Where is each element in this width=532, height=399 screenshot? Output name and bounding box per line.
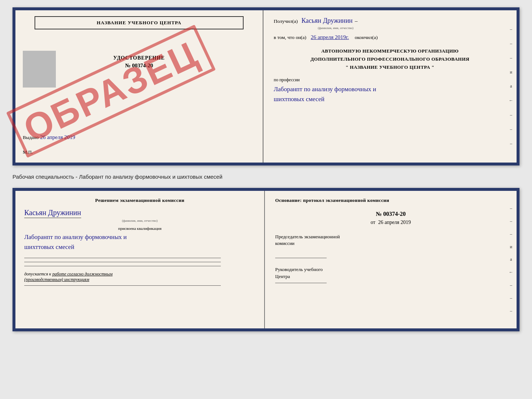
document-container: НАЗВАНИЕ УЧЕБНОГО ЦЕНТРА УДОСТОВЕРЕНИЕ №… (12, 7, 520, 331)
recipient-name: Касьян Дружинин (302, 17, 353, 25)
top-cert-right: Получил(а) Касьян Дружинин – (фамилия, и… (263, 10, 517, 163)
bottom-certificate-card: Решением экзаменационной комиссии Касьян… (12, 188, 520, 331)
predsedatel-text: Председатель экзаменационной комиссии (275, 234, 506, 247)
right-edge-dashes: – – – и а ← – – – (506, 10, 517, 163)
school-name-text: НАЗВАНИЕ УЧЕБНОГО ЦЕНТРА (97, 20, 181, 25)
ot-prefix: от (371, 220, 375, 225)
poluchil-line: Получил(а) Касьян Дружинин – (274, 17, 506, 25)
rukovoditel-text: Руководитель учебного Центра (275, 266, 506, 279)
obrazets-stamp: ОБРАЗЕЦ (34, 32, 188, 150)
bottom-name-line: Касьян Дружинин (24, 209, 255, 219)
qualification-text: Лаборанпт по анализу формовочных и шихтт… (24, 232, 255, 252)
vydano-label: Выдано (23, 135, 39, 140)
protocol-date-value: 26 апреля 2019 (378, 220, 411, 225)
bottom-signature-lines (24, 258, 255, 266)
vtom-date: 26 апреля 2019г. (311, 34, 349, 40)
cert-number: № 00374-20 (125, 63, 153, 69)
dopuskaetsya-text: допускается к работе согласно должностны… (24, 271, 255, 282)
resheniem-text: Решением экзаменационной комиссии (24, 197, 255, 203)
dopuskaetsya-prefix: допускается к (24, 271, 51, 277)
poluchil-label: Получил(а) (274, 18, 298, 24)
org-line2: ДОПОЛНИТЕЛЬНОГО ПРОФЕССИОНАЛЬНОГО ОБРАЗО… (274, 55, 506, 63)
vydano-line: Выдано26 апреля 2019 (23, 134, 75, 140)
dash-separator: – (355, 18, 358, 24)
org-block: АВТОНОМНУЮ НЕКОММЕРЧЕСКУЮ ОРГАНИЗАЦИЮ ДО… (274, 47, 506, 71)
bottom-cert-right: Основание: протокол экзаменационной коми… (265, 191, 517, 328)
signature-line-1 (24, 258, 221, 258)
bottom-cert-left: Решением экзаменационной комиссии Касьян… (15, 191, 265, 328)
mp-label: М.П. (23, 149, 33, 155)
org-line1: АВТОНОМНУЮ НЕКОММЕРЧЕСКУЮ ОРГАНИЗАЦИЮ (274, 47, 506, 55)
udostoverenie-label: УДОСТОВЕРЕНИЕ (113, 55, 165, 61)
osnovanie-text: Основание: протокол экзаменационной коми… (275, 197, 506, 203)
po-professii-label: по профессии (274, 77, 506, 83)
bottom-right-edge-dashes: – – – и а ← – – – (506, 191, 517, 328)
fio-subtitle-bottom: (фамилия, имя, отчество) (24, 219, 255, 222)
seal-placeholder (23, 51, 56, 88)
protocol-date: от 26 апреля 2019 (275, 220, 506, 225)
okonchil-label: окончил(а) (355, 35, 378, 40)
rukovoditel-signature-line (275, 283, 327, 283)
dopuskaetsya-line (24, 285, 221, 286)
org-line3: " НАЗВАНИЕ УЧЕБНОГО ЦЕНТРА " (274, 63, 506, 71)
profession-text: Лаборанпт по анализу формовочных и шихтп… (274, 84, 506, 104)
vtom-label: в том, что он(а) (274, 35, 306, 40)
prisvoena-label: присвоена квалификация (24, 226, 255, 231)
vtom-line: в том, что он(а) 26 апреля 2019г. окончи… (274, 34, 506, 40)
top-certificate-card: НАЗВАНИЕ УЧЕБНОГО ЦЕНТРА УДОСТОВЕРЕНИЕ №… (12, 7, 520, 165)
protocol-number: № 00374-20 (275, 211, 506, 217)
bottom-recipient-name: Касьян Дружинин (24, 209, 81, 218)
school-name-box: НАЗВАНИЕ УЧЕБНОГО ЦЕНТРА (35, 16, 244, 29)
vydano-date: 26 апреля 2019 (40, 134, 75, 140)
signature-line-3 (24, 266, 221, 266)
top-cert-left: НАЗВАНИЕ УЧЕБНОГО ЦЕНТРА УДОСТОВЕРЕНИЕ №… (15, 10, 263, 163)
signature-line-2 (24, 262, 221, 262)
predsedatel-signature-line (275, 258, 327, 258)
specialty-text: Рабочая специальность - Лаборант по анал… (12, 172, 520, 181)
fio-subtitle-top: (фамилия, имя, отчество) (318, 26, 506, 30)
